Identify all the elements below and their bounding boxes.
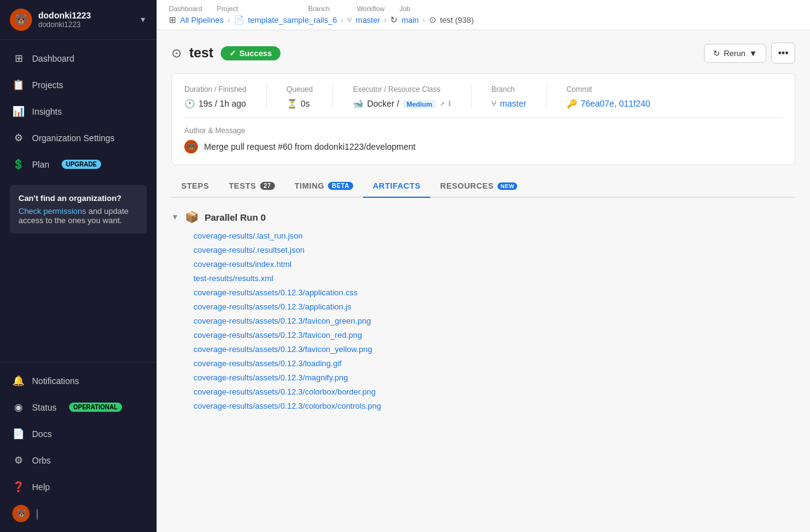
commit-value: 🔑 76ea07e, 011f240 (567, 99, 650, 108)
sidebar-item-label: Insights (32, 107, 62, 117)
user-menu[interactable]: 🐻 dodonki1223 dodonki1223 ▼ (0, 0, 157, 40)
info-row-main: Duration / Finished 🕐 19s / 1h ago Queue… (184, 85, 782, 108)
beta-badge: BETA (328, 182, 353, 190)
tab-tests[interactable]: TESTS 27 (219, 175, 285, 198)
tab-timing-label: TIMING (295, 181, 325, 190)
tab-timing[interactable]: TIMING BETA (285, 175, 363, 198)
more-actions-button[interactable]: ••• (771, 43, 795, 63)
breadcrumb-labels: Dashboard Project Branch Workflow Job (169, 5, 411, 12)
artifact-link[interactable]: coverage-results/assets/0.12.3/favicon_r… (194, 328, 795, 342)
sidebar-item-status[interactable]: ◉ Status OPERATIONAL (0, 394, 157, 420)
bottom-avatar[interactable]: 🐻 (12, 505, 30, 522)
info-circle-icon[interactable]: ℹ (448, 99, 451, 108)
tab-steps[interactable]: STEPS (171, 175, 219, 198)
sidebar-item-label: Orbs (32, 456, 51, 465)
tab-artifacts[interactable]: ARTIFACTS (363, 175, 430, 198)
artifact-link[interactable]: coverage-results/.last_run.json (194, 229, 795, 243)
artifact-link[interactable]: coverage-results/assets/0.12.3/favicon_y… (194, 342, 795, 356)
commit-link[interactable]: 76ea07e, 011f240 (581, 99, 650, 108)
rerun-button[interactable]: ↻ Rerun ▼ (704, 44, 766, 63)
new-badge: NEW (497, 182, 518, 190)
rerun-icon: ↻ (713, 49, 720, 58)
project-link[interactable]: template_sample_rails_6 (248, 15, 337, 25)
parallel-run-header[interactable]: ▼ 📦 Parallel Run 0 (171, 210, 795, 224)
tests-count-badge: 27 (260, 182, 275, 190)
artifact-link[interactable]: coverage-results/assets/0.12.3/favicon_g… (194, 314, 795, 328)
status-text: Success (239, 49, 272, 58)
callout-box: Can't find an organization? Check permis… (10, 185, 147, 234)
avatar: 🐻 (10, 9, 32, 31)
artifact-link[interactable]: coverage-results/assets/0.12.3/colorbox/… (194, 385, 795, 399)
artifact-link[interactable]: coverage-results/index.html (194, 257, 795, 271)
author-message-text: Merge pull request #60 from dodonki1223/… (204, 142, 415, 152)
key-icon: 🔑 (567, 99, 577, 108)
hourglass-icon: ⏳ (287, 99, 297, 108)
orbs-icon: ⚙ (12, 454, 25, 466)
bc-label-branch: Branch (308, 5, 330, 12)
sidebar-item-notifications[interactable]: 🔔 Notifications (0, 367, 157, 394)
chevron-down-icon: ▼ (139, 15, 147, 24)
sidebar-item-label: Plan (32, 160, 49, 170)
job-header: ⊙ test ✓ Success ↻ Rerun ▼ ••• (171, 43, 795, 63)
upgrade-badge: UPGRADE (62, 160, 101, 169)
sidebar-item-orbs[interactable]: ⚙ Orbs (0, 447, 157, 473)
commit-label: Commit (567, 85, 650, 94)
check-permissions-link[interactable]: Check permissions (18, 207, 86, 216)
sidebar-item-help[interactable]: ❓ Help (0, 473, 157, 500)
artifact-link[interactable]: coverage-results/assets/0.12.3/magnify.p… (194, 370, 795, 385)
queued-label: Queued (287, 85, 313, 94)
artifact-link[interactable]: coverage-results/assets/0.12.3/applicati… (194, 300, 795, 314)
medium-link[interactable]: Medium (403, 99, 436, 108)
collapse-arrow-icon[interactable]: ▼ (171, 213, 179, 221)
artifact-link[interactable]: coverage-results/assets/0.12.3/applicati… (194, 285, 795, 300)
sidebar-item-projects[interactable]: 📋 Projects (0, 72, 157, 98)
project-icon: 📄 (234, 15, 244, 25)
sidebar-item-docs[interactable]: 📄 Docs (0, 420, 157, 447)
artifact-link[interactable]: test-results/results.xml (194, 271, 795, 285)
tab-resources[interactable]: RESOURCES NEW (430, 175, 527, 198)
sidebar-item-label: Projects (32, 80, 63, 90)
workflow-link[interactable]: main (401, 15, 419, 25)
branch-link[interactable]: master (500, 99, 526, 108)
job-title: test (189, 45, 213, 61)
author-message-row: 🐻 Merge pull request #60 from dodonki122… (184, 140, 782, 153)
all-pipelines-link[interactable]: All Pipelines (180, 15, 224, 25)
author-label: Author & Message (184, 126, 782, 135)
clock-icon: 🕐 (184, 99, 195, 108)
executor-label: Executor / Resource Class (353, 85, 451, 94)
job-actions: ↻ Rerun ▼ ••• (704, 43, 795, 63)
artifact-link[interactable]: coverage-results/assets/0.12.3/loading.g… (194, 356, 795, 370)
queued-text: 0s (301, 99, 310, 108)
success-badge: ✓ Success (221, 46, 280, 60)
artifact-link[interactable]: coverage-results/.resultset.json (194, 243, 795, 257)
sidebar-item-org-settings[interactable]: ⚙ Organization Settings (0, 125, 157, 151)
branch-icon: ⑂ (347, 15, 352, 25)
plan-icon: 💲 (12, 158, 25, 170)
branch-link[interactable]: master (356, 15, 380, 25)
medium-badge[interactable]: Medium (403, 100, 436, 108)
artifact-link[interactable]: coverage-results/assets/0.12.3/colorbox/… (194, 399, 795, 413)
sidebar-item-label: Dashboard (32, 54, 75, 63)
superscript: ↗ (440, 100, 444, 107)
status-icon: ◉ (12, 401, 25, 413)
docs-icon: 📄 (12, 428, 25, 440)
insights-icon: 📊 (12, 105, 25, 117)
bc-label-workflow: Workflow (357, 5, 385, 12)
sidebar-item-insights[interactable]: 📊 Insights (0, 98, 157, 125)
bc-label-project: Project (217, 5, 238, 12)
sidebar-item-plan[interactable]: 💲 Plan UPGRADE (0, 151, 157, 178)
rerun-label: Rerun (724, 49, 745, 58)
executor-cell: Executor / Resource Class 🐋 Docker / Med… (353, 85, 472, 108)
bc-label-job: Job (399, 5, 411, 12)
breadcrumb: Dashboard Project Branch Workflow Job ⊞ … (157, 0, 810, 30)
executor-value: 🐋 Docker / Medium↗ ℹ (353, 99, 451, 108)
docker-icon: 🐋 (353, 99, 363, 108)
bc-sep-3: › (384, 15, 387, 25)
sidebar: 🐻 dodonki1223 dodonki1223 ▼ ⊞ Dashboard … (0, 0, 157, 532)
bc-sep-2: › (341, 15, 343, 25)
content-area: ⊙ test ✓ Success ↻ Rerun ▼ ••• (157, 30, 810, 532)
username: dodonki1223 (38, 10, 133, 20)
notifications-icon: 🔔 (12, 375, 25, 387)
sidebar-item-dashboard[interactable]: ⊞ Dashboard (0, 45, 157, 72)
sidebar-bottom-divider: | (36, 507, 39, 520)
